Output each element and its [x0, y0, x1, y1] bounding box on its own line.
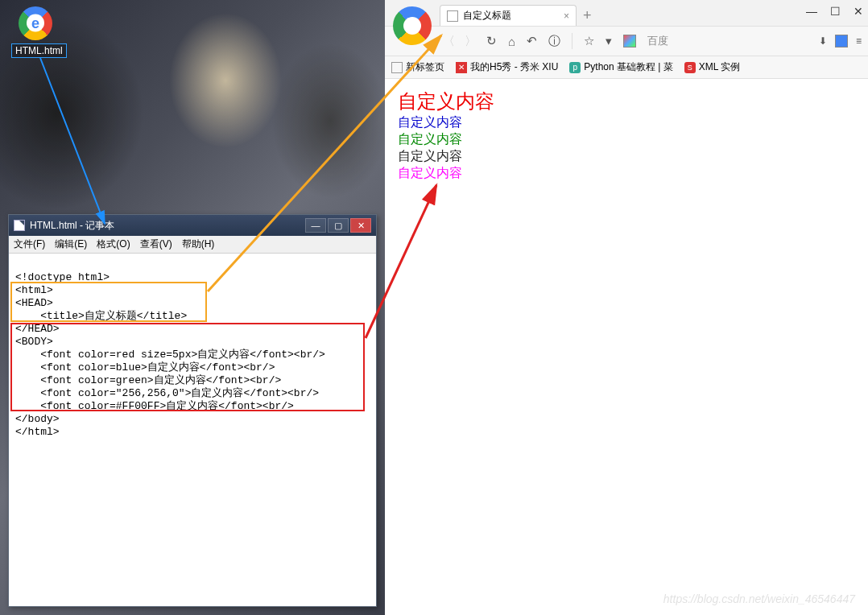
- close-button[interactable]: ✕: [854, 5, 863, 18]
- browser-page-content: 自定义内容 自定义内容 自定义内容 自定义内容 自定义内容: [385, 79, 868, 192]
- new-tab-button[interactable]: +: [583, 5, 592, 26]
- content-line: 自定义内容: [398, 165, 855, 182]
- dropdown-icon[interactable]: ▾: [606, 34, 612, 48]
- highlight-head-box: [10, 282, 207, 322]
- maximize-button[interactable]: ☐: [830, 5, 841, 18]
- undo-icon[interactable]: ↶: [527, 34, 537, 48]
- highlight-body-box: [10, 323, 365, 411]
- menu-edit[interactable]: 编辑(E): [55, 237, 87, 251]
- separator: [572, 33, 572, 49]
- bookmark-item[interactable]: S XML 实例: [684, 60, 741, 74]
- xml-icon: S: [684, 62, 696, 73]
- code-line: </html>: [15, 426, 60, 438]
- code-line: </body>: [15, 413, 60, 425]
- home-icon[interactable]: ⌂: [508, 35, 515, 48]
- browser-address-bar: 〈 〉 ↻ ⌂ ↶ ⓘ ☆ ▾ 百度 ⬇ ≡: [385, 26, 868, 56]
- notepad-menu: 文件(F) 编辑(E) 格式(O) 查看(V) 帮助(H): [9, 236, 376, 254]
- menu-help[interactable]: 帮助(H): [182, 237, 215, 251]
- bookmarks-bar: 新标签页 ✕ 我的H5秀 - 秀米 XIU p Python 基础教程 | 菜 …: [385, 56, 868, 79]
- bookmark-label: 新标签页: [406, 60, 444, 74]
- notepad-title-text: HTML.html - 记事本: [30, 219, 114, 233]
- bookmark-item[interactable]: p Python 基础教程 | 菜: [569, 60, 672, 74]
- extension-icon[interactable]: [623, 35, 636, 47]
- desktop-file-icon[interactable]: HTML.html: [11, 6, 60, 58]
- browser-tabbar: 自定义标题 × + — ☐ ✕: [385, 0, 868, 26]
- search-engine-label: 百度: [647, 34, 668, 48]
- close-button[interactable]: ✕: [350, 218, 371, 233]
- back-button[interactable]: 〈: [443, 34, 455, 49]
- notepad-titlebar[interactable]: HTML.html - 记事本 — ▢ ✕: [9, 215, 376, 236]
- browser-tab[interactable]: 自定义标题 ×: [440, 5, 577, 26]
- desktop-file-label: HTML.html: [11, 43, 67, 58]
- bookmark-label: Python 基础教程 | 菜: [584, 60, 672, 74]
- minimize-button[interactable]: —: [806, 5, 817, 18]
- browser-app-icon: [393, 6, 432, 45]
- content-line: 自定义内容: [398, 114, 855, 131]
- forward-button[interactable]: 〉: [465, 34, 477, 49]
- tab-close-icon[interactable]: ×: [564, 10, 569, 22]
- content-line: 自定义内容: [398, 148, 855, 165]
- xiumi-icon: ✕: [456, 62, 467, 73]
- maximize-button[interactable]: ▢: [328, 218, 349, 233]
- bookmark-label: XML 实例: [699, 60, 741, 74]
- info-icon[interactable]: ⓘ: [548, 34, 560, 49]
- watermark: https://blog.csdn.net/weixin_46546447: [663, 592, 855, 605]
- page-icon: [447, 10, 458, 22]
- notepad-content[interactable]: <!doctype html> <html> <HEAD> <title>自定义…: [9, 254, 376, 482]
- menu-format[interactable]: 格式(O): [97, 237, 130, 251]
- content-line: 自定义内容: [398, 89, 855, 114]
- notepad-window-controls: — ▢ ✕: [305, 218, 371, 233]
- translate-icon[interactable]: [835, 35, 848, 47]
- notepad-window: HTML.html - 记事本 — ▢ ✕ 文件(F) 编辑(E) 格式(O) …: [8, 214, 377, 607]
- browser-file-icon: [19, 6, 52, 40]
- menu-view[interactable]: 查看(V): [140, 237, 172, 251]
- bookmark-label: 我的H5秀 - 秀米 XIU: [470, 60, 558, 74]
- browser-window-controls: — ☐ ✕: [806, 5, 863, 18]
- reload-icon[interactable]: ↻: [486, 34, 497, 48]
- menu-file[interactable]: 文件(F): [14, 237, 45, 251]
- content-line: 自定义内容: [398, 131, 855, 148]
- python-icon: p: [569, 62, 581, 73]
- menu-icon[interactable]: ≡: [856, 35, 862, 47]
- minimize-button[interactable]: —: [305, 218, 326, 233]
- browser-window: 自定义标题 × + — ☐ ✕ 〈 〉 ↻ ⌂ ↶ ⓘ ☆ ▾ 百度 ⬇ ≡: [385, 0, 868, 615]
- tab-title: 自定义标题: [463, 9, 511, 23]
- bookmark-item[interactable]: ✕ 我的H5秀 - 秀米 XIU: [456, 60, 558, 74]
- star-icon[interactable]: ☆: [584, 34, 594, 48]
- bookmark-item[interactable]: 新标签页: [391, 60, 444, 74]
- page-icon: [391, 62, 403, 73]
- document-icon: [14, 220, 25, 231]
- download-icon[interactable]: ⬇: [819, 35, 827, 47]
